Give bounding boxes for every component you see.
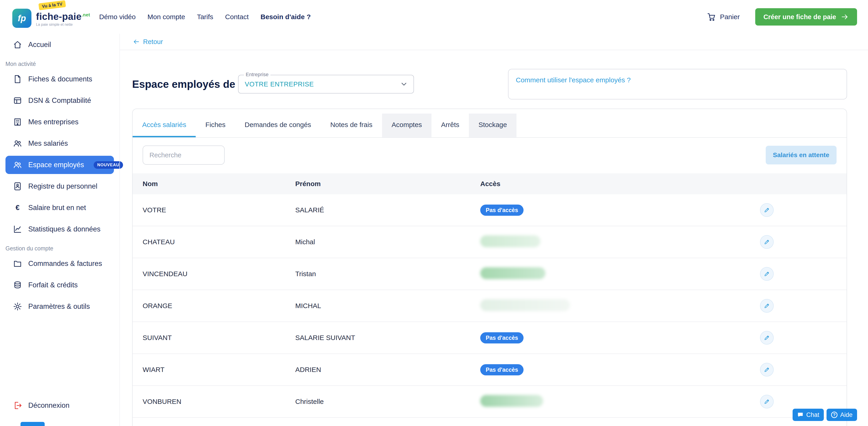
pencil-icon <box>764 334 770 341</box>
sidebar-item-espace-employes[interactable]: Espace employés NOUVEAU <box>5 156 114 174</box>
back-link[interactable]: Retour <box>132 38 163 46</box>
nav-mon-compte[interactable]: Mon compte <box>147 13 185 21</box>
edit-button[interactable] <box>760 331 774 345</box>
question-icon: ? <box>831 411 837 418</box>
document-icon <box>13 74 22 84</box>
sidebar-item-parametres-outils[interactable]: Paramètres & outils <box>5 297 114 316</box>
main-area: Retour Espace employés de Entreprise VOT… <box>119 34 868 426</box>
chat-button[interactable]: Chat <box>793 409 824 421</box>
edit-button[interactable] <box>760 267 774 281</box>
ledger-icon <box>13 96 22 105</box>
company-select[interactable]: Entreprise VOTRE ENTREPRISE <box>238 75 414 93</box>
tab-demandes-conges[interactable]: Demandes de congés <box>235 114 321 137</box>
chevron-down-icon <box>400 80 408 88</box>
pencil-icon <box>764 238 770 246</box>
cell-nom: ORANGE <box>143 302 295 310</box>
logo[interactable]: Vu à la TV fp fiche-paie.net La paie sim… <box>12 6 90 28</box>
nav-demo-video[interactable]: Démo vidéo <box>99 13 135 21</box>
employee-space-card: Accès salariés Fiches Demandes de congés… <box>132 109 847 426</box>
sidebar-item-mes-salaries[interactable]: Mes salariés <box>5 134 114 152</box>
search-input[interactable] <box>143 145 225 165</box>
edit-button[interactable] <box>760 395 774 408</box>
sidebar-item-label: Forfait & crédits <box>28 281 78 289</box>
sidebar-item-label: DSN & Comptabilité <box>28 96 91 105</box>
logout-icon <box>13 401 22 410</box>
chart-icon <box>13 224 22 234</box>
sidebar-item-registre-personnel[interactable]: Registre du personnel <box>5 177 114 195</box>
cell-acces: Pas d'accès <box>480 332 760 343</box>
title-left: Espace employés de Entreprise VOTRE ENTR… <box>132 69 414 100</box>
edit-button[interactable] <box>760 363 774 376</box>
tab-acomptes[interactable]: Acomptes <box>382 114 432 137</box>
cart-icon <box>707 12 716 22</box>
cart-button[interactable]: Panier <box>707 12 740 22</box>
sidebar-item-deconnexion[interactable]: Déconnexion <box>5 396 114 415</box>
sidebar-item-statistiques[interactable]: Statistiques & données <box>5 220 114 238</box>
cell-acces <box>480 299 760 313</box>
pencil-icon <box>764 271 770 277</box>
no-access-badge: Pas d'accès <box>480 332 524 343</box>
sidebar: Accueil Mon activité Fiches & documents … <box>0 34 119 426</box>
sidebar-item-label: Salaire brut en net <box>28 204 86 212</box>
tab-arrets[interactable]: Arrêts <box>432 114 469 137</box>
pencil-icon <box>764 366 770 373</box>
table-row: SUIVANT SALARIE SUIVANT Pas d'accès <box>132 322 846 354</box>
page-content: Espace employés de Entreprise VOTRE ENTR… <box>120 50 868 426</box>
sidebar-item-commandes-factures[interactable]: Commandes & factures <box>5 255 114 273</box>
sidebar-item-dsn-comptabilite[interactable]: DSN & Comptabilité <box>5 91 114 110</box>
cell-prenom: Christelle <box>295 398 480 405</box>
table-row: CHATEAU Michal <box>132 226 846 258</box>
cell-nom: SUIVANT <box>143 334 295 342</box>
cell-prenom: ADRIEN <box>295 366 480 373</box>
cell-acces: Pas d'accès <box>480 204 760 216</box>
cell-prenom: Tristan <box>295 270 480 278</box>
sidebar-item-accueil[interactable]: Accueil <box>5 35 114 54</box>
cta-label: Créer une fiche de paie <box>764 13 836 21</box>
column-header-acces: Accès <box>480 180 760 188</box>
sidebar-item-label: Mes salariés <box>28 139 68 147</box>
masked-access-pill <box>480 267 546 279</box>
tab-notes-de-frais[interactable]: Notes de frais <box>321 114 382 137</box>
back-label: Retour <box>143 38 163 46</box>
pending-employees-button[interactable]: Salariés en attente <box>766 146 837 164</box>
tab-fiches[interactable]: Fiches <box>196 114 235 137</box>
chat-bubble-icon <box>797 411 804 418</box>
bottom-left-stub-button[interactable] <box>21 422 45 426</box>
euro-icon: € <box>13 203 22 212</box>
cell-acces <box>480 235 760 249</box>
app-shell: Accueil Mon activité Fiches & documents … <box>0 34 868 426</box>
nav-contact[interactable]: Contact <box>225 13 249 21</box>
nouveau-badge: NOUVEAU <box>94 161 123 169</box>
nav-tarifs[interactable]: Tarifs <box>197 13 213 21</box>
cell-acces <box>480 395 760 408</box>
arrow-right-icon <box>841 13 849 21</box>
masked-access-pill <box>480 299 570 311</box>
edit-button[interactable] <box>760 235 774 249</box>
svg-text:€: € <box>16 203 20 211</box>
tab-stockage[interactable]: Stockage <box>469 114 517 137</box>
no-access-badge: Pas d'accès <box>480 204 524 216</box>
aide-button[interactable]: ? Aide <box>827 409 857 421</box>
nav-besoin-aide[interactable]: Besoin d'aide ? <box>260 13 311 21</box>
help-link[interactable]: Comment utiliser l'espace employés ? <box>516 76 630 84</box>
logo-tagline: La paie simple et nette <box>36 23 90 27</box>
coins-icon <box>13 280 22 290</box>
sidebar-item-salaire-brut-net[interactable]: € Salaire brut en net <box>5 199 114 217</box>
sidebar-item-fiches-documents[interactable]: Fiches & documents <box>5 70 114 88</box>
sidebar-item-mes-entreprises[interactable]: Mes entreprises <box>5 113 114 131</box>
edit-button[interactable] <box>760 299 774 313</box>
tab-acces-salaries[interactable]: Accès salariés <box>132 114 196 137</box>
folder-icon <box>13 259 22 268</box>
help-box: Comment utiliser l'espace employés ? <box>508 69 847 100</box>
edit-button[interactable] <box>760 203 774 217</box>
cell-prenom: Michal <box>295 238 480 246</box>
create-payslip-button[interactable]: Créer une fiche de paie <box>755 8 857 26</box>
sidebar-item-label: Espace employés <box>28 161 84 169</box>
logo-suffix: .net <box>82 12 90 17</box>
cart-label: Panier <box>720 13 740 21</box>
sidebar-item-forfait-credits[interactable]: Forfait & crédits <box>5 276 114 294</box>
users-icon <box>13 139 22 148</box>
table-row: VONBUREN Christelle <box>132 386 846 418</box>
sidebar-item-label: Accueil <box>28 40 51 49</box>
masked-access-pill <box>480 395 543 407</box>
